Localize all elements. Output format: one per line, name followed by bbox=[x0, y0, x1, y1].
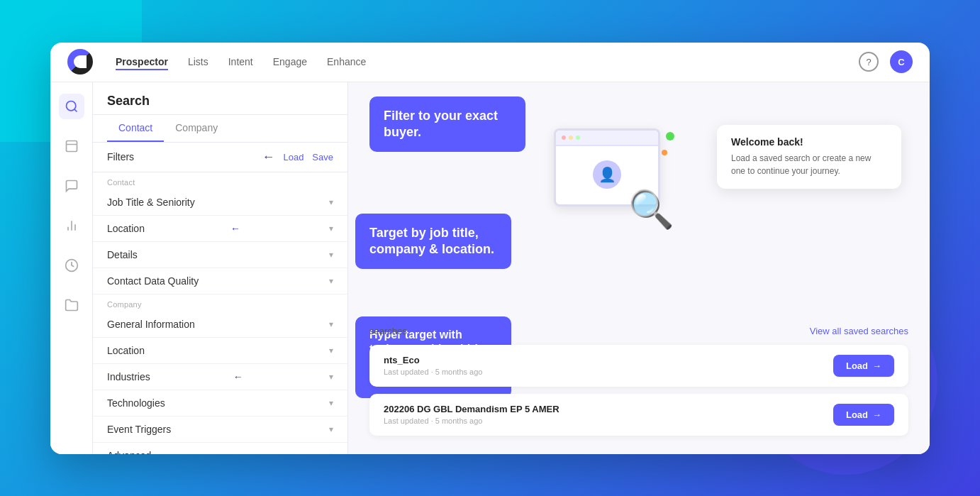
tab-contact[interactable]: Contact bbox=[107, 115, 164, 142]
saved-search-name-1: 202206 DG GBL Demandism EP 5 AMER bbox=[384, 404, 559, 414]
app-logo bbox=[67, 49, 93, 75]
filter-industries[interactable]: Industries ← ▾ bbox=[93, 364, 347, 390]
sidebar-icons bbox=[50, 82, 93, 454]
tooltip-target-job: Target by job title, company & location. bbox=[355, 214, 511, 270]
sidebar-icon-search[interactable] bbox=[59, 94, 84, 119]
load-search-button-1[interactable]: Load → bbox=[833, 404, 894, 426]
filter-label-location-contact: Location bbox=[107, 223, 145, 234]
nav-lists[interactable]: Lists bbox=[188, 53, 208, 70]
sidebar-icon-chat[interactable] bbox=[59, 173, 84, 199]
filter-advanced[interactable]: Advanced ▾ bbox=[93, 443, 347, 454]
saved-searches-panel: searches View all saved searches nts_Eco… bbox=[348, 314, 930, 454]
filter-label-general-info: General Information bbox=[107, 319, 195, 330]
filter-location-company[interactable]: Location ▾ bbox=[93, 338, 347, 364]
filters-panel: Search Contact Company Filters ← Load Sa… bbox=[93, 82, 348, 454]
filter-label-advanced: Advanced bbox=[107, 450, 151, 454]
saved-search-meta-1: Last updated · 5 months ago bbox=[384, 417, 559, 425]
filters-toolbar: Filters ← Load Save bbox=[93, 143, 347, 172]
welcome-text: Load a saved search or create a new one … bbox=[731, 152, 887, 177]
toolbar-actions: ← Load Save bbox=[262, 150, 333, 165]
filter-technologies[interactable]: Technologies ▾ bbox=[93, 390, 347, 417]
filter-general-information[interactable]: General Information ▾ bbox=[93, 312, 347, 338]
top-navigation: Prospector Lists Intent Engage Enhance ?… bbox=[50, 43, 930, 82]
sidebar-icon-folder[interactable] bbox=[59, 292, 84, 318]
welcome-title: Welcome back! bbox=[731, 136, 887, 148]
saved-search-item-1: 202206 DG GBL Demandism EP 5 AMER Last u… bbox=[369, 394, 908, 436]
nav-right: ? C bbox=[859, 50, 913, 73]
svg-line-1 bbox=[74, 109, 77, 111]
contact-section-label: Contact bbox=[93, 172, 347, 189]
filter-contact-data-quality[interactable]: Contact Data Quality ▾ bbox=[93, 268, 347, 294]
saved-search-meta-0: Last updated · 5 months ago bbox=[384, 368, 482, 376]
chevron-icon-location-contact: ▾ bbox=[329, 224, 333, 233]
nav-engage[interactable]: Engage bbox=[273, 53, 307, 70]
chevron-icon-technologies: ▾ bbox=[329, 398, 333, 408]
tab-company[interactable]: Company bbox=[164, 115, 229, 142]
saved-searches-header: searches View all saved searches bbox=[369, 326, 908, 336]
filter-label-job-title: Job Title & Seniority bbox=[107, 197, 195, 208]
contact-company-tabs: Contact Company bbox=[93, 115, 347, 143]
tooltip-filter-buyer: Filter to your exact buyer. bbox=[369, 97, 525, 153]
nav-prospector[interactable]: Prospector bbox=[116, 53, 168, 70]
main-content: Filter to your exact buyer. Target by jo… bbox=[348, 82, 930, 454]
filter-label-industries: Industries bbox=[107, 371, 150, 382]
saved-search-name-0: nts_Eco bbox=[384, 355, 482, 365]
svg-rect-2 bbox=[66, 140, 77, 151]
company-section-label: Company bbox=[93, 294, 347, 312]
chevron-icon-general-info: ▾ bbox=[329, 319, 333, 329]
save-button[interactable]: Save bbox=[312, 152, 333, 162]
filters-label: Filters bbox=[107, 151, 134, 162]
filter-label-event-triggers: Event Triggers bbox=[107, 424, 171, 435]
saved-search-info-1: 202206 DG GBL Demandism EP 5 AMER Last u… bbox=[384, 404, 559, 425]
sidebar-icon-chart[interactable] bbox=[59, 213, 84, 238]
load-button[interactable]: Load bbox=[283, 152, 304, 162]
help-button[interactable]: ? bbox=[859, 52, 879, 72]
app-window: Prospector Lists Intent Engage Enhance ?… bbox=[50, 43, 930, 454]
chevron-icon-industries: ▾ bbox=[329, 372, 333, 382]
arrow-right-icon-1: → bbox=[872, 409, 881, 420]
search-illustration: 👤 🔍 bbox=[547, 125, 689, 238]
arrow-right-icon-0: → bbox=[872, 360, 881, 371]
filter-job-title-seniority[interactable]: Job Title & Seniority ▾ bbox=[93, 189, 347, 216]
chevron-icon-details: ▾ bbox=[329, 250, 333, 260]
filter-label-location-company: Location bbox=[107, 345, 145, 356]
view-all-searches-link[interactable]: View all saved searches bbox=[810, 326, 908, 336]
arrow-industries-icon: ← bbox=[233, 371, 243, 382]
welcome-card: Welcome back! Load a saved search or cre… bbox=[717, 125, 901, 189]
saved-search-info-0: nts_Eco Last updated · 5 months ago bbox=[384, 355, 482, 376]
load-search-button-0[interactable]: Load → bbox=[833, 355, 894, 377]
arrow-left-icon: ← bbox=[262, 150, 274, 165]
chevron-icon-data-quality: ▾ bbox=[329, 276, 333, 286]
nav-links: Prospector Lists Intent Engage Enhance bbox=[116, 53, 836, 70]
filter-event-triggers[interactable]: Event Triggers ▾ bbox=[93, 417, 347, 443]
saved-searches-title: searches bbox=[369, 326, 407, 336]
svg-point-0 bbox=[66, 101, 75, 110]
chevron-icon-event-triggers: ▾ bbox=[329, 424, 333, 434]
search-title: Search bbox=[93, 82, 347, 115]
filter-label-details: Details bbox=[107, 249, 138, 260]
sidebar-icon-contacts[interactable] bbox=[59, 133, 84, 159]
filter-details[interactable]: Details ▾ bbox=[93, 242, 347, 268]
body-area: Search Contact Company Filters ← Load Sa… bbox=[50, 82, 930, 454]
chevron-icon-advanced: ▾ bbox=[329, 451, 333, 454]
filter-label-data-quality: Contact Data Quality bbox=[107, 275, 199, 287]
filter-label-technologies: Technologies bbox=[107, 397, 165, 409]
user-avatar[interactable]: C bbox=[890, 50, 913, 73]
sidebar-icon-history[interactable] bbox=[59, 253, 84, 278]
chevron-icon-location-company: ▾ bbox=[329, 346, 333, 356]
saved-search-item-0: nts_Eco Last updated · 5 months ago Load… bbox=[369, 345, 908, 387]
chevron-icon-job-title: ▾ bbox=[329, 197, 333, 207]
filter-location-contact[interactable]: Location ← ▾ bbox=[93, 216, 347, 242]
nav-enhance[interactable]: Enhance bbox=[327, 53, 366, 70]
logo-inner bbox=[74, 55, 87, 68]
nav-intent[interactable]: Intent bbox=[228, 53, 253, 70]
arrow-location-icon: ← bbox=[230, 223, 240, 234]
